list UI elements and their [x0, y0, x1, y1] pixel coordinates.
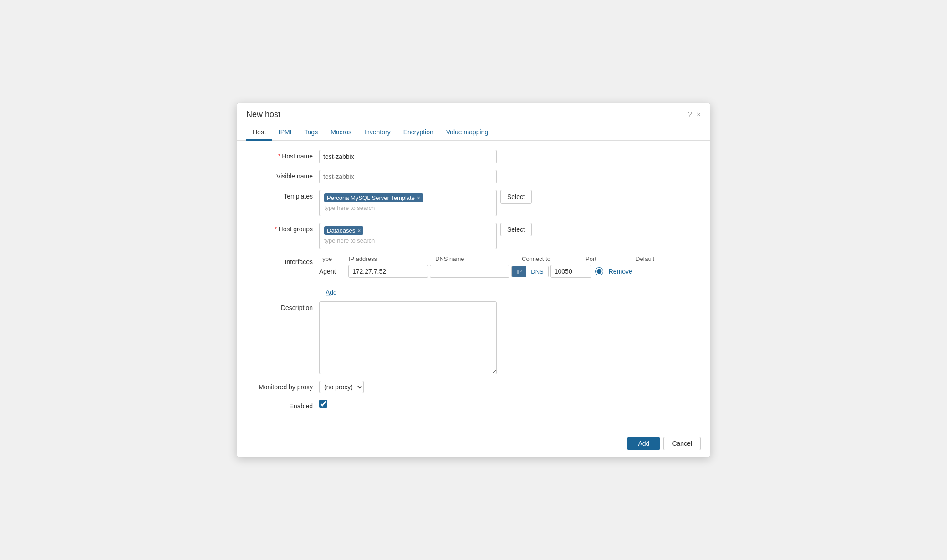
tab-ipmi[interactable]: IPMI [272, 125, 298, 141]
visible-name-row: Visible name [251, 170, 696, 183]
add-button[interactable]: Add [627, 437, 660, 450]
header-icons: ? × [688, 111, 701, 119]
host-group-tag-close[interactable]: × [357, 228, 361, 234]
templates-row: Templates Percona MySQL Server Template … [251, 190, 696, 216]
col-type: Type [319, 255, 349, 262]
add-interface-link[interactable]: Add [326, 289, 337, 296]
visible-name-label: Visible name [251, 170, 319, 180]
templates-label: Templates [251, 190, 319, 200]
tab-macros[interactable]: Macros [324, 125, 358, 141]
tabs-bar: Host IPMI Tags Macros Inventory Encrypti… [237, 119, 710, 141]
proxy-row: Monitored by proxy (no proxy) [251, 381, 696, 393]
connect-dns-button[interactable]: DNS [526, 266, 548, 277]
agent-type-label: Agent [319, 268, 346, 275]
tab-tags[interactable]: Tags [298, 125, 325, 141]
proxy-label: Monitored by proxy [251, 381, 319, 391]
interfaces-header: Type IP address DNS name Connect to Port… [319, 255, 696, 262]
tab-host[interactable]: Host [246, 125, 272, 141]
tab-value-mapping[interactable]: Value mapping [440, 125, 494, 141]
modal-footer: Add Cancel [237, 430, 710, 457]
host-name-label: *Host name [251, 150, 319, 160]
template-tag-close[interactable]: × [417, 195, 420, 201]
templates-select-button[interactable]: Select [500, 190, 532, 204]
interface-ip-input[interactable] [348, 265, 428, 278]
modal-title: New host [246, 110, 280, 119]
connect-ip-button[interactable]: IP [512, 266, 526, 277]
required-star: * [278, 153, 280, 160]
interface-port-input[interactable] [550, 265, 591, 278]
template-tag: Percona MySQL Server Template × [324, 193, 423, 202]
cancel-button[interactable]: Cancel [663, 437, 701, 450]
host-groups-label: *Host groups [251, 223, 319, 233]
help-icon[interactable]: ? [688, 111, 692, 119]
interface-remove-link[interactable]: Remove [609, 268, 632, 275]
required-star-groups: * [275, 225, 277, 233]
enabled-label: Enabled [251, 400, 319, 410]
enabled-checkbox[interactable] [319, 400, 327, 408]
host-groups-select-button[interactable]: Select [500, 223, 532, 236]
host-groups-search-placeholder[interactable]: type here to search [323, 236, 493, 245]
col-ip: IP address [349, 255, 435, 262]
description-row: Description [251, 301, 696, 374]
description-label: Description [251, 301, 319, 311]
interfaces-row: Interfaces Type IP address DNS name Conn… [251, 255, 696, 280]
templates-container: Percona MySQL Server Template × type her… [319, 190, 532, 216]
modal-body: *Host name Visible name Templates Percon… [237, 141, 710, 425]
default-interface-radio[interactable] [595, 267, 603, 275]
visible-name-input[interactable] [319, 170, 497, 183]
interface-dns-input[interactable] [430, 265, 509, 278]
close-icon[interactable]: × [697, 111, 701, 119]
interfaces-label: Interfaces [251, 255, 319, 265]
col-port: Port [586, 255, 636, 262]
enabled-row: Enabled [251, 400, 696, 410]
col-dns: DNS name [435, 255, 522, 262]
description-textarea[interactable] [319, 301, 497, 374]
host-name-row: *Host name [251, 150, 696, 163]
col-default: Default [636, 255, 672, 262]
add-interface-row: Add [251, 287, 696, 296]
host-groups-container: Databases × type here to search Select [319, 223, 532, 249]
host-groups-multiselect[interactable]: Databases × type here to search [319, 223, 497, 249]
interface-agent-row: Agent IP DNS Remove [319, 265, 696, 278]
templates-search-placeholder[interactable]: type here to search [323, 203, 493, 213]
tab-encryption[interactable]: Encryption [397, 125, 440, 141]
proxy-select[interactable]: (no proxy) [319, 381, 364, 393]
interfaces-table: Type IP address DNS name Connect to Port… [319, 255, 696, 280]
host-group-tag: Databases × [324, 226, 363, 235]
col-connect: Connect to [522, 255, 586, 262]
host-name-input[interactable] [319, 150, 497, 163]
modal-header: New host ? × [237, 103, 710, 119]
new-host-modal: New host ? × Host IPMI Tags Macros Inven… [237, 103, 710, 457]
tab-inventory[interactable]: Inventory [358, 125, 397, 141]
templates-multiselect[interactable]: Percona MySQL Server Template × type her… [319, 190, 497, 216]
host-groups-row: *Host groups Databases × type here to se… [251, 223, 696, 249]
connect-group: IP DNS [511, 266, 549, 277]
